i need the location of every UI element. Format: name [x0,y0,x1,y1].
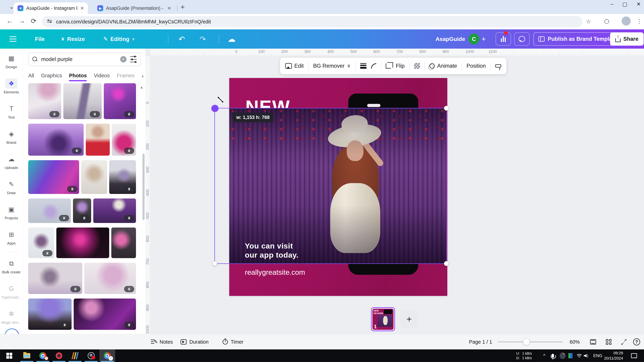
add-page-button[interactable]: + [400,310,418,328]
sidebar-item[interactable]: T Text [0,99,23,124]
grid-view-button[interactable] [606,334,612,350]
bookmark-star-icon[interactable]: ☆ [586,18,591,25]
recorder-app-button[interactable] [51,350,67,362]
account-avatar[interactable]: C [468,29,479,49]
notes-button[interactable]: Notes [151,334,173,350]
reload-icon[interactable]: ⟳ [31,17,36,25]
cloud-save-status-button[interactable]: ☁ [228,29,236,49]
photo-thumbnail[interactable]: ♛ [28,228,54,258]
fit-page-button[interactable] [590,334,596,350]
photo-thumbnail[interactable]: ♛ [63,83,102,119]
photo-thumbnail[interactable]: ♛ [28,198,71,223]
clock-indicator[interactable]: 09:29 20/11/2024 [604,350,623,362]
microphone-tray-button[interactable] [552,350,554,362]
invite-member-button[interactable]: + [482,29,486,49]
fullscreen-button[interactable] [621,334,627,350]
file-explorer-button[interactable] [19,350,35,362]
tray-app-button[interactable] [560,350,566,362]
window-maximize-button[interactable]: ▢ [622,1,628,7]
panel-tab[interactable]: Graphics [41,72,62,81]
sidebar-item[interactable]: ☁ Uploads [0,149,23,175]
bg-remover-button[interactable]: BG Remover ♛ [313,63,351,69]
browser-menu-icon[interactable]: ⋮ [636,18,642,25]
editing-mode-dropdown[interactable]: ✎ Editing ∨ [103,29,135,49]
photo-thumbnail[interactable]: ♛ [28,83,61,119]
resize-handle-top-left[interactable] [212,105,218,112]
clear-search-icon[interactable]: ✕ [120,56,126,62]
sidebar-tool-item[interactable]: G TypeGradi... [0,279,23,304]
photo-thumbnail[interactable]: ♛ [104,83,136,119]
sidebar-item[interactable]: ✎ Draw [0,175,23,200]
photo-thumbnail[interactable]: ♛ [81,160,107,194]
tab-close-icon[interactable]: ✕ [80,5,84,11]
scroll-up-icon[interactable]: ▲ [140,85,144,89]
page-thumbnail-selected[interactable]: NEW SEASON 1 [371,307,395,331]
duration-button[interactable]: Duration [180,334,208,350]
photo-thumbnail[interactable]: ♛ [73,198,91,223]
tab-close-icon[interactable]: ✕ [167,5,171,11]
panel-tab[interactable]: Frames [117,72,134,81]
language-indicator[interactable]: ENG [593,350,602,362]
crop-button[interactable] [386,63,391,68]
photo-thumbnail[interactable]: ♛ [112,124,136,156]
panel-tab[interactable]: Videos [94,72,110,81]
phone-mockup-top[interactable] [348,93,418,108]
wifi-tray-button[interactable] [576,350,583,362]
browser-profile-avatar[interactable] [622,16,631,25]
insights-button[interactable] [496,29,511,49]
new-tab-button[interactable]: + [180,3,184,11]
timer-button[interactable]: Timer [222,334,244,350]
tabs-overflow-chevron-icon[interactable]: › [142,72,144,81]
tray-app2-button[interactable] [568,350,573,362]
position-button[interactable]: Position [466,63,486,69]
zoom-slider-thumb[interactable] [523,339,530,345]
main-menu-button[interactable] [10,29,16,49]
photo-thumbnail[interactable]: ♛ [28,124,84,156]
flip-button[interactable]: Flip [396,63,404,69]
sidebar-item[interactable]: ▣ Projects [0,200,23,225]
photo-thumbnail[interactable]: ♛ [86,124,110,156]
photo-thumbnail[interactable]: ♛ [93,198,136,223]
copy-style-button[interactable] [495,64,501,67]
forward-icon[interactable]: → [18,17,25,25]
photo-thumbnail[interactable]: ♛ [56,228,109,258]
phone-mockup-bottom[interactable] [348,264,418,275]
window-close-button[interactable]: ✕ [636,1,641,7]
filter-icon[interactable] [130,56,137,62]
stripes-app-button[interactable] [67,350,83,362]
photo-thumbnail[interactable]: ♛ [28,263,82,294]
sidebar-tool-item[interactable]: ⧉ Bulk create [0,254,23,279]
zoom-slider-track[interactable] [498,341,562,343]
start-button[interactable] [2,350,17,362]
url-field[interactable]: canva.com/design/DAGVNLBxLZM/i8mMhM_kwyC… [42,16,582,27]
chrome-active-button[interactable] [100,350,115,362]
browser-tab-inactive[interactable]: ▶ AsapGuide (Presentation) - You ✕ [94,2,175,14]
sidebar-tool-item[interactable]: ✼ Magic Mor... [0,304,23,329]
file-menu-button[interactable]: File [35,29,44,49]
sidebar-item[interactable]: ❖ Elements [0,74,23,99]
photo-thumbnail[interactable]: ♛ [28,299,72,330]
window-minimize-button[interactable]: – [610,1,614,7]
photo-thumbnail[interactable]: ♛ [111,228,136,258]
corner-rounding-button[interactable] [371,63,376,68]
edit-image-button[interactable]: Edit [285,63,304,69]
photo-thumbnail[interactable]: ♛ [28,160,79,194]
transparency-button[interactable] [414,63,420,69]
stroke-weight-button[interactable] [360,63,366,69]
animate-button[interactable]: Animate [430,63,457,69]
sidebar-item[interactable]: ▦ Design [0,49,23,74]
page-body-text[interactable]: You can visit our app today. [245,241,298,260]
publish-brand-template-button[interactable]: Publish as Brand Template [534,29,622,49]
extensions-icon[interactable]: ⬡ [604,18,609,25]
tray-expand-button[interactable]: ^ [543,350,545,362]
selected-photo-element[interactable] [229,108,447,264]
resize-handle-bottom-left[interactable] [212,261,217,266]
search-box[interactable]: ✕ [28,52,141,66]
obs-studio-button[interactable] [83,350,99,362]
sidebar-item[interactable]: ◈ Brand [0,124,23,149]
resize-button[interactable]: ♛ Resize [61,29,85,49]
photo-thumbnail[interactable]: ♛ [84,263,136,294]
design-page[interactable]: NEW You can visit our app today. reallyg… [229,78,447,296]
comments-button[interactable] [514,29,530,49]
redo-button[interactable]: ↷ [200,29,206,49]
